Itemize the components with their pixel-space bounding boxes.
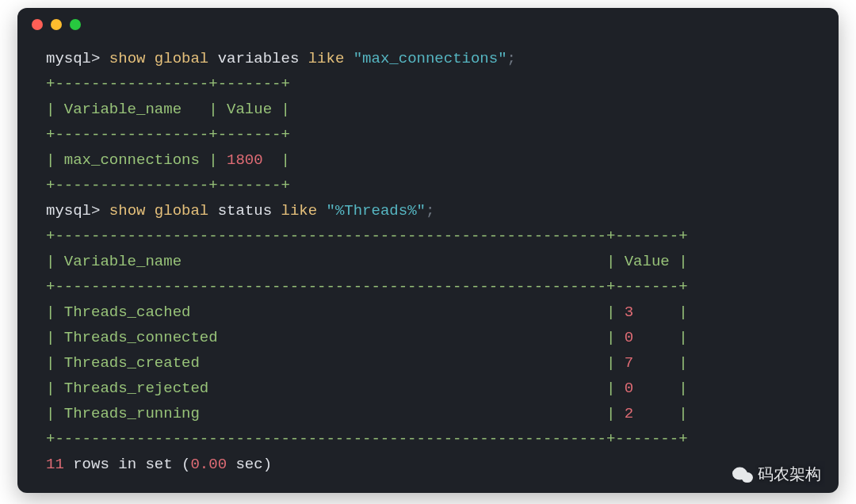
close-icon[interactable] (32, 19, 43, 30)
result-footer: 11 rows in set (0.00 sec) (46, 456, 272, 473)
window-titlebar (17, 8, 839, 41)
table-border: +-----------------+-------+ (46, 177, 290, 194)
table-border: +-----------------+-------+ (46, 75, 290, 93)
terminal-window: mysql> show global variables like "max_c… (17, 8, 839, 493)
table-row: | Threads_rejected | 0 | (46, 380, 688, 397)
table-row: | Threads_connected | 0 | (46, 329, 688, 346)
table-header: | Variable_name | Value | (46, 101, 290, 118)
minimize-icon[interactable] (51, 19, 62, 30)
table-row: | max_connections | 1800 | (46, 151, 290, 169)
table-row: | Threads_running | 2 | (46, 405, 688, 422)
zoom-icon[interactable] (70, 19, 81, 30)
prompt: mysql> show global status like "%Threads… (46, 202, 434, 220)
watermark: 码农架构 (732, 464, 821, 485)
terminal-body[interactable]: mysql> show global variables like "max_c… (17, 41, 839, 493)
table-border: +-----------------+-------+ (46, 126, 290, 143)
table-border: +---------------------------------------… (46, 227, 688, 245)
table-row: | Threads_created | 7 | (46, 354, 688, 372)
prompt: mysql> show global variables like "max_c… (46, 50, 516, 67)
svg-point-1 (742, 472, 753, 483)
watermark-text: 码农架构 (758, 464, 821, 485)
table-border: +---------------------------------------… (46, 278, 688, 296)
table-border: +---------------------------------------… (46, 430, 688, 448)
table-header: | Variable_name | Value | (46, 253, 688, 270)
wechat-icon (732, 466, 753, 483)
table-row: | Threads_cached | 3 | (46, 304, 688, 321)
